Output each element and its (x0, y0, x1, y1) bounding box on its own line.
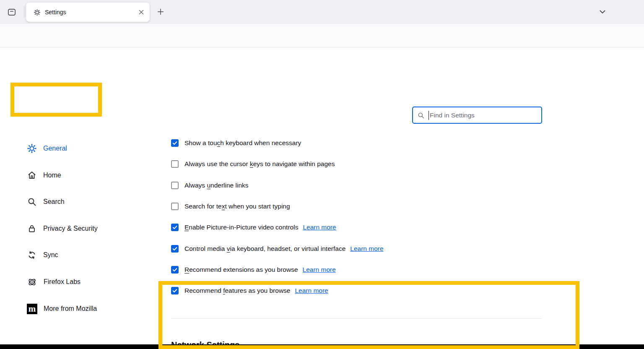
checkbox[interactable] (171, 224, 179, 231)
sidebar-item-more-from-mozilla[interactable]: m More from Mozilla (27, 301, 97, 316)
sidebar-item-label: Search (43, 198, 65, 206)
checkbox-label: Enable Picture-in-Picture video controls (184, 224, 298, 231)
text-caret (428, 111, 429, 120)
search-icon (417, 112, 425, 119)
check-icon (172, 224, 178, 230)
sidebar-item-label: General (43, 145, 67, 152)
learn-more-link[interactable]: Learn more (303, 224, 336, 231)
find-in-settings-box[interactable] (412, 107, 542, 124)
close-icon[interactable] (137, 8, 145, 16)
checkbox-row: Recommend extensions as you browse Learn… (171, 259, 544, 280)
settings-page: General Home Search Privacy & Security S… (0, 47, 644, 349)
checkbox[interactable] (171, 182, 179, 189)
checkbox-label: Always underline links (184, 182, 249, 189)
checkbox-label: Recommend features as you browse (184, 287, 290, 294)
checkbox-row: Recommend features as you browse Learn m… (171, 280, 544, 301)
sidebar-item-label: Home (43, 172, 61, 179)
sidebar-item-sync[interactable]: Sync (27, 247, 58, 263)
sync-icon (27, 250, 37, 260)
tab-title: Settings (45, 9, 137, 16)
check-icon (172, 140, 178, 146)
checkbox-label: Control media via keyboard, headset, or … (184, 245, 345, 253)
sidebar-item-privacy-security[interactable]: Privacy & Security (27, 221, 98, 236)
checkbox-row: Always underline links (171, 175, 544, 196)
browsing-options-list: Show a touch keyboard when necessary Alw… (171, 133, 544, 301)
gear-icon (27, 143, 37, 154)
sidebar-item-label: Privacy & Security (43, 225, 98, 232)
sidebar-item-label: Firefox Labs (44, 278, 80, 286)
bottom-black-bar (0, 344, 644, 349)
search-icon (27, 197, 37, 207)
checkbox-label: Recommend extensions as you browse (184, 266, 298, 273)
tab-bar: Settings (0, 0, 644, 24)
checkbox-label: Always use the cursor keys to navigate w… (184, 160, 335, 168)
checkbox-label: Show a touch keyboard when necessary (184, 139, 301, 147)
gear-icon (34, 9, 41, 16)
checkbox[interactable] (171, 266, 179, 273)
find-in-settings-input[interactable] (430, 112, 541, 119)
check-icon (172, 288, 178, 294)
learn-more-link[interactable]: Learn more (303, 266, 336, 273)
list-all-tabs-button[interactable] (597, 7, 608, 17)
checkbox[interactable] (171, 203, 179, 210)
navigation-toolbar: Firefox about:preferences (0, 24, 644, 47)
sidebar-item-general[interactable]: General (27, 141, 67, 156)
sidebar-item-label: More from Mozilla (44, 305, 97, 313)
tab-settings[interactable]: Settings (26, 3, 150, 22)
checkbox[interactable] (171, 245, 179, 253)
checkbox-row: Always use the cursor keys to navigate w… (171, 154, 544, 174)
firefox-window: Settings Firefox about:preferences (0, 0, 644, 349)
checkbox-row: Show a touch keyboard when necessary (171, 133, 544, 154)
new-tab-button[interactable] (156, 7, 165, 16)
check-icon (172, 246, 178, 252)
firefox-view-icon[interactable] (7, 7, 17, 17)
checkbox-row: Control media via keyboard, headset, or … (171, 238, 544, 259)
checkbox-row: Search for text when you start typing (171, 196, 544, 217)
learn-more-link[interactable]: Learn more (295, 287, 328, 294)
labs-icon (27, 277, 37, 287)
checkbox-row: Enable Picture-in-Picture video controls… (171, 217, 544, 238)
sidebar-item-search[interactable]: Search (27, 194, 65, 209)
sidebar-item-firefox-labs[interactable]: Firefox Labs (27, 274, 80, 289)
checkbox[interactable] (171, 287, 179, 294)
checkbox[interactable] (171, 160, 179, 168)
section-divider (171, 318, 542, 319)
tab-separator (24, 6, 24, 18)
lock-icon (27, 224, 37, 234)
sidebar-item-home[interactable]: Home (27, 168, 61, 183)
mozilla-logo-icon: m (27, 304, 37, 314)
check-icon (172, 267, 178, 273)
checkbox-label: Search for text when you start typing (184, 203, 290, 210)
home-icon (27, 170, 37, 180)
checkbox[interactable] (171, 139, 179, 147)
learn-more-link[interactable]: Learn more (350, 245, 383, 253)
sidebar-item-label: Sync (43, 251, 58, 259)
